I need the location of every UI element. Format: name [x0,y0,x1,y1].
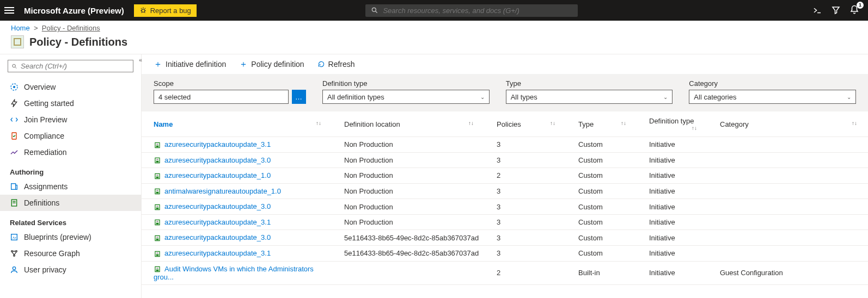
cell-policies: 3 [485,199,566,215]
category-label: Category [689,79,856,88]
deftype-dropdown[interactable]: All definition types ⌄ [322,90,490,104]
add-initiative-button[interactable]: ＋ Initiative definition [154,60,226,69]
table-row[interactable]: azuresecuritypackautoupdate_3.0Non Produ… [142,152,868,168]
breadcrumb: Home > Policy - Definitions [0,21,868,33]
cell-location [332,261,485,285]
sidebar-item-overview[interactable]: Overview [0,79,141,95]
cloud-shell-icon[interactable] [812,5,822,15]
scope-dropdown[interactable]: 4 selected [154,90,289,104]
notifications-button[interactable]: 1 [849,5,859,16]
sidebar-item-user-privacy[interactable]: User privacy [0,262,141,278]
search-icon [11,63,17,70]
category-dropdown[interactable]: All categories ⌄ [689,90,856,104]
lightning-icon [10,99,19,108]
scope-more-button[interactable]: … [292,90,306,104]
sidebar-item-join-preview[interactable]: Join Preview [0,111,141,128]
sidebar-item-remediation[interactable]: Remediation [0,144,141,160]
definition-link[interactable]: azuresecuritypackautoupdate_1.0 [164,171,271,179]
sidebar-item-label: Getting started [24,99,74,108]
sidebar-search-input[interactable] [21,62,130,70]
col-deftype[interactable]: Definition type↑↓ [637,111,708,137]
table-row[interactable]: azuresecuritypackautoupdate_3.1Non Produ… [142,214,868,230]
filter-icon[interactable] [831,5,841,15]
col-name[interactable]: Name↑↓ [142,111,332,137]
sidebar-item-compliance[interactable]: Compliance [0,128,141,144]
table-row[interactable]: Audit Windows VMs in which the Administr… [142,261,868,285]
breadcrumb-current[interactable]: Policy - Definitions [42,24,100,32]
sidebar-item-definitions[interactable]: Definitions [0,195,141,211]
refresh-icon [317,60,325,68]
cell-deftype: Initiative [637,261,708,285]
filter-bar: Scope 4 selected … Definition type All d… [142,74,868,111]
svg-rect-36 [156,270,159,271]
cell-deftype: Initiative [637,199,708,215]
svg-point-18 [13,267,15,270]
col-category[interactable]: Category↑↓ [708,111,868,137]
table-row[interactable]: azuresecuritypackautoupdate_3.05e116433-… [142,230,868,246]
svg-point-1 [372,8,376,11]
sidebar-group-related: Related Services [0,211,141,229]
definition-link[interactable]: Audit Windows VMs in which the Administr… [154,265,314,282]
global-search[interactable] [365,4,578,17]
svg-point-16 [16,251,17,252]
sidebar-item-getting-started[interactable]: Getting started [0,95,141,111]
cell-deftype: Initiative [637,230,708,246]
sidebar-item-label: Resource Graph [24,249,80,258]
cell-deftype: Initiative [637,152,708,168]
add-policy-button[interactable]: ＋ Policy definition [239,60,304,69]
cell-category [708,214,868,230]
col-type[interactable]: Type↑↓ [566,111,637,137]
sidebar-search[interactable] [8,60,133,72]
cell-category: Guest Configuration [708,261,868,285]
plus-icon: ＋ [239,60,248,69]
menu-icon[interactable] [4,5,14,16]
cell-type: Custom [566,214,637,230]
table-row[interactable]: azuresecuritypackautoupdate_3.15e116433-… [142,245,868,261]
sidebar-item-resource-graph[interactable]: Resource Graph [0,245,141,262]
cell-location: Non Production [332,168,485,184]
svg-text:Az: Az [13,236,16,239]
initiative-icon [154,188,161,195]
dropdown-value: 4 selected [158,93,191,101]
type-dropdown[interactable]: All types ⌄ [506,90,673,104]
definition-link[interactable]: azuresecuritypackautoupdate_3.0 [164,233,271,241]
col-policies[interactable]: Policies↑↓ [485,111,566,137]
cell-location: 5e116433-8b65-49ec-8d2c-85ab367037ad [332,245,485,261]
initiative-icon [154,141,161,149]
collapse-sidebar-icon[interactable]: « [139,57,142,63]
initiative-icon [154,203,161,211]
cell-deftype: Initiative [637,168,708,184]
cell-category [708,152,868,168]
cell-category [708,168,868,184]
sidebar-item-blueprints[interactable]: Az Blueprints (preview) [0,229,141,245]
definition-link[interactable]: antimalwaresignatureautoupdate_1.0 [164,187,281,195]
svg-rect-24 [156,176,159,178]
cell-policies: 3 [485,137,566,153]
cell-location: 5e116433-8b65-49ec-8d2c-85ab367037ad [332,230,485,246]
breadcrumb-home[interactable]: Home [11,24,30,32]
table-row[interactable]: azuresecuritypackautoupdate_3.0Non Produ… [142,199,868,215]
report-bug-label: Report a bug [150,7,191,15]
refresh-button[interactable]: Refresh [317,60,355,69]
definition-link[interactable]: azuresecuritypackautoupdate_3.1 [164,140,271,148]
table-row[interactable]: azuresecuritypackautoupdate_1.0Non Produ… [142,168,868,184]
definition-link[interactable]: azuresecuritypackautoupdate_3.1 [164,218,271,226]
initiative-icon [154,234,161,242]
report-bug-button[interactable]: Report a bug [134,4,197,17]
bug-icon [139,7,147,14]
cell-type: Custom [566,152,637,168]
table-row[interactable]: azuresecuritypackautoupdate_3.1Non Produ… [142,137,868,153]
definition-link[interactable]: azuresecuritypackautoupdate_3.0 [164,202,271,210]
global-search-input[interactable] [383,7,572,15]
definition-link[interactable]: azuresecuritypackautoupdate_3.0 [164,156,271,164]
sidebar-group-authoring: Authoring [0,160,141,178]
sidebar-item-assignments[interactable]: Assignments [0,178,141,195]
page-title: Policy - Definitions [29,36,127,48]
policy-icon [11,35,24,48]
user-icon [10,265,19,274]
check-doc-icon [10,132,19,140]
notification-badge: 1 [857,2,864,9]
definition-link[interactable]: azuresecuritypackautoupdate_3.1 [164,249,271,257]
col-location[interactable]: Definition location↑↓ [332,111,485,137]
table-row[interactable]: antimalwaresignatureautoupdate_1.0Non Pr… [142,183,868,199]
